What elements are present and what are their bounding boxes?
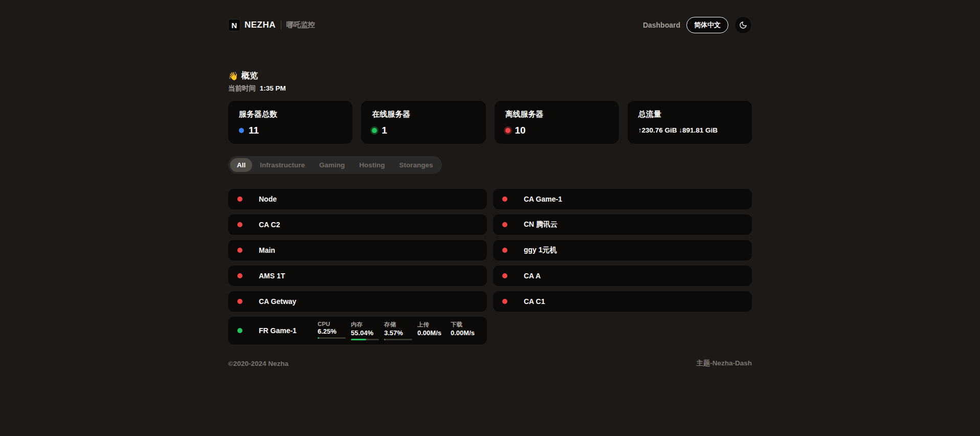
stat-card-total-traffic[interactable]: 总流量 ↑230.76 GiB ↓891.81 GiB — [628, 101, 752, 144]
stat-value: 3.57% — [384, 329, 413, 337]
stat-card-label: 在线服务器 — [372, 110, 475, 119]
tab-infrastructure[interactable]: Infrastructure — [253, 158, 311, 172]
server-name: CA Game-1 — [524, 195, 562, 203]
brand-subtitle: 哪吒监控 — [286, 20, 315, 30]
brand-divider — [281, 20, 281, 30]
stat-card-value: 1 — [382, 125, 387, 136]
stat-label: 上传 — [417, 321, 447, 329]
server-name: Main — [259, 246, 275, 254]
server-row-ca-c1[interactable]: CA C1 — [493, 291, 752, 312]
logo-letter: N — [232, 21, 237, 30]
tab-hosting[interactable]: Hosting — [352, 158, 391, 172]
theme-link[interactable]: 主题-Nezha-Dash — [696, 359, 752, 368]
server-name: ggy 1元机 — [524, 246, 557, 255]
stat-card-value: 10 — [515, 125, 526, 136]
traffic-value: ↑230.76 GiB ↓891.81 GiB — [638, 126, 741, 134]
stat-value: 0.00M/s — [451, 329, 480, 337]
server-name: Node — [259, 195, 277, 203]
server-name: FR Game-1 — [259, 326, 297, 335]
group-filter-tabs: All Infrastructure Gaming Hosting Storan… — [228, 156, 442, 174]
offline-status-dot — [237, 248, 242, 253]
stat-value: 0.00M/s — [417, 329, 447, 337]
page-title: 👋 概览 — [228, 71, 752, 81]
offline-status-dot — [237, 222, 242, 227]
time-value: 1:35 PM — [260, 84, 286, 92]
stat-card-label: 离线服务器 — [505, 110, 608, 119]
server-row-main[interactable]: Main — [228, 240, 487, 260]
tab-gaming[interactable]: Gaming — [313, 158, 351, 172]
offline-status-dot — [502, 299, 507, 304]
server-row-ca-game-1[interactable]: CA Game-1 — [493, 189, 752, 209]
server-row-cn-tencent[interactable]: CN 腾讯云 — [493, 214, 752, 235]
memory-progress-bar — [351, 339, 379, 340]
stat-label: 内存 — [351, 321, 380, 329]
wave-emoji: 👋 — [228, 71, 238, 81]
cpu-stat: CPU 6.25% — [318, 321, 347, 340]
tab-storanges[interactable]: Storanges — [393, 158, 440, 172]
current-time: 当前时间 1:35 PM — [228, 84, 752, 93]
time-label: 当前时间 — [228, 84, 256, 92]
header-actions: Dashboard 简体中文 — [643, 16, 752, 34]
brand[interactable]: N NEZHA 哪吒监控 — [228, 19, 315, 31]
server-row-node[interactable]: Node — [228, 189, 487, 209]
server-row-ggy[interactable]: ggy 1元机 — [493, 240, 752, 260]
server-row-ca-a[interactable]: CA A — [493, 266, 752, 286]
offline-status-dot — [237, 273, 242, 278]
server-row-ca-getway[interactable]: CA Getway — [228, 291, 487, 312]
stat-card-total-servers[interactable]: 服务器总数 11 — [228, 101, 352, 144]
server-row-ca-c2[interactable]: CA C2 — [228, 214, 487, 235]
stat-label: 存储 — [384, 321, 413, 329]
storage-stat: 存储 3.57% — [384, 321, 413, 340]
brand-name: NEZHA — [244, 20, 276, 30]
server-row-fr-game-1[interactable]: FR Game-1 CPU 6.25% 内存 55.04% 存储 3.57% — [228, 317, 487, 344]
moon-icon — [739, 21, 747, 29]
dashboard-link[interactable]: Dashboard — [643, 21, 680, 29]
server-name: CA A — [524, 272, 541, 280]
tab-all[interactable]: All — [230, 158, 252, 172]
stat-card-value: 11 — [249, 125, 259, 136]
stat-label: 下载 — [451, 321, 480, 329]
offline-status-dot — [502, 273, 507, 278]
stat-card-label: 总流量 — [638, 110, 741, 119]
stat-value: 6.25% — [318, 328, 347, 335]
server-name: AMS 1T — [259, 272, 285, 280]
offline-status-dot — [502, 248, 507, 253]
upload-stat: 上传 0.00M/s — [417, 321, 447, 340]
online-status-dot — [237, 328, 242, 333]
offline-status-dot — [502, 197, 507, 202]
storage-progress-bar — [384, 339, 412, 340]
server-name: CN 腾讯云 — [524, 220, 558, 229]
overview-title-text: 概览 — [241, 71, 258, 81]
stat-card-online-servers[interactable]: 在线服务器 1 — [361, 101, 485, 144]
server-name: CA C2 — [259, 221, 280, 229]
stat-label: CPU — [318, 321, 347, 327]
server-name: CA C1 — [524, 297, 545, 306]
offline-status-dot — [237, 197, 242, 202]
server-name: CA Getway — [259, 297, 296, 306]
server-stats: CPU 6.25% 内存 55.04% 存储 3.57% 上传 0.00M/s — [318, 321, 480, 340]
memory-stat: 内存 55.04% — [351, 321, 380, 340]
header: N NEZHA 哪吒监控 Dashboard 简体中文 — [228, 0, 752, 34]
stat-value: 55.04% — [351, 329, 380, 337]
theme-toggle-button[interactable] — [734, 16, 752, 34]
copyright-text: ©2020-2024 Nezha — [228, 360, 288, 367]
cpu-progress-bar — [318, 337, 346, 339]
blue-status-dot — [239, 128, 244, 133]
green-status-dot — [372, 128, 377, 133]
footer: ©2020-2024 Nezha 主题-Nezha-Dash — [228, 359, 752, 368]
language-button[interactable]: 简体中文 — [686, 17, 728, 33]
red-status-dot — [505, 128, 510, 133]
stat-card-offline-servers[interactable]: 离线服务器 10 — [495, 101, 619, 144]
stat-card-label: 服务器总数 — [239, 110, 342, 119]
stat-cards: 服务器总数 11 在线服务器 1 离线服务器 10 — [228, 101, 752, 144]
server-list: Node CA Game-1 CA C2 CN 腾讯云 Main ggy 1元机… — [228, 189, 752, 344]
main-container: N NEZHA 哪吒监控 Dashboard 简体中文 👋 概览 当前时间 — [228, 0, 752, 368]
overview-section: 👋 概览 当前时间 1:35 PM 服务器总数 11 在线服务器 1 — [228, 71, 752, 144]
download-stat: 下载 0.00M/s — [451, 321, 480, 340]
server-row-ams-1t[interactable]: AMS 1T — [228, 266, 487, 286]
nezha-logo-icon: N — [228, 19, 240, 31]
offline-status-dot — [502, 222, 507, 227]
offline-status-dot — [237, 299, 242, 304]
